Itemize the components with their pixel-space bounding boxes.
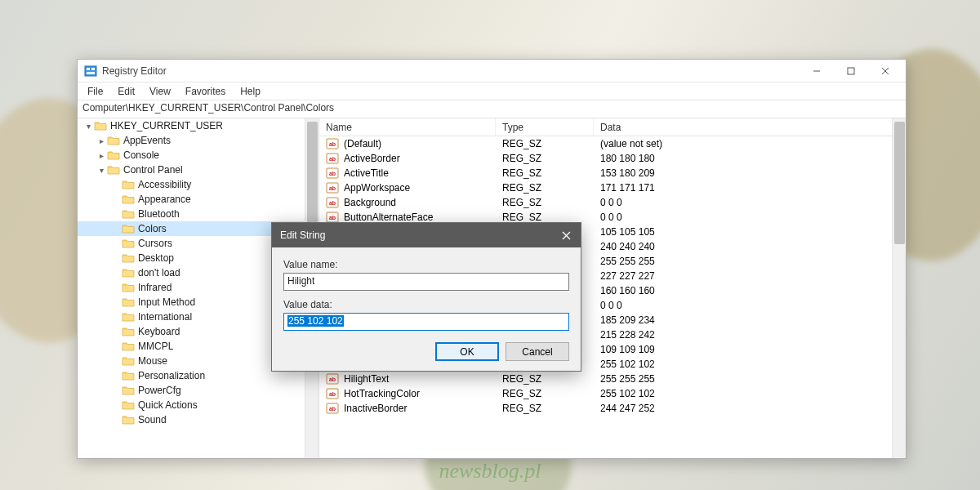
minimize-button[interactable]: [800, 60, 834, 82]
address-bar[interactable]: Computer\HKEY_CURRENT_USER\Control Panel…: [78, 100, 906, 118]
list-row[interactable]: abActiveTitleREG_SZ153 180 209: [319, 166, 906, 180]
value-type: REG_SZ: [496, 403, 594, 414]
tree-node[interactable]: Quick Actions: [78, 398, 318, 412]
dialog-title: Edit String: [280, 229, 551, 241]
window-title: Registry Editor: [102, 65, 800, 77]
menu-help[interactable]: Help: [234, 84, 267, 99]
value-data: 160 160 160: [594, 285, 906, 296]
tree-label: AppEvents: [123, 135, 171, 146]
svg-rect-5: [848, 68, 854, 74]
svg-text:ab: ab: [329, 406, 336, 412]
value-data: 185 209 234: [594, 314, 906, 326]
string-value-icon: ab: [326, 181, 339, 194]
list-row[interactable]: abBackgroundREG_SZ0 0 0: [319, 195, 906, 210]
close-button[interactable]: [868, 60, 902, 82]
tree-node[interactable]: ▸AppEvents: [78, 133, 318, 148]
value-data: 255 255 255: [594, 256, 906, 267]
folder-icon: [122, 414, 135, 425]
value-type: REG_SZ: [496, 373, 594, 385]
value-data: 215 228 242: [594, 329, 906, 341]
value-data: 0 0 0: [594, 212, 906, 223]
svg-text:ab: ab: [329, 156, 336, 162]
list-header[interactable]: Name Type Data: [319, 118, 906, 136]
svg-text:ab: ab: [329, 376, 336, 382]
tree-node[interactable]: Bluetooth: [78, 207, 318, 221]
value-name: HotTrackingColor: [344, 388, 420, 399]
tree-label: Colors: [138, 223, 167, 234]
value-data: 255 102 102: [594, 388, 906, 399]
dialog-body: Value name: Hilight Value data: 255 102 …: [272, 247, 581, 371]
tree-label: Sound: [138, 414, 167, 425]
value-data: 153 180 209: [594, 167, 906, 179]
list-scrollbar[interactable]: [892, 118, 906, 458]
cancel-button[interactable]: Cancel: [506, 342, 569, 361]
value-type: REG_SZ: [496, 197, 594, 208]
tree-label: don't load: [138, 267, 180, 278]
list-row[interactable]: abInactiveBorderREG_SZ244 247 252: [319, 401, 906, 416]
svg-text:ab: ab: [329, 391, 336, 397]
tree-label: MMCPL: [138, 341, 173, 352]
folder-icon: [122, 267, 135, 278]
tree-node[interactable]: ▾Control Panel: [78, 163, 318, 177]
tree-label: Personalization: [138, 370, 205, 381]
list-row[interactable]: abHilightTextREG_SZ255 255 255: [319, 372, 906, 386]
list-scroll-thumb[interactable]: [894, 122, 905, 244]
folder-icon: [122, 223, 135, 234]
list-row[interactable]: abActiveBorderREG_SZ180 180 180: [319, 151, 906, 166]
value-name-input[interactable]: Hilight: [283, 273, 569, 291]
folder-icon: [107, 164, 120, 176]
menubar: File Edit View Favorites Help: [78, 82, 906, 100]
column-name[interactable]: Name: [319, 118, 496, 136]
maximize-button[interactable]: [834, 60, 868, 82]
tree-label: International: [138, 311, 192, 323]
tree-node[interactable]: ▸Console: [78, 148, 318, 163]
tree-node[interactable]: Accessibility: [78, 177, 318, 192]
tree-label: Infrared: [138, 282, 172, 293]
list-row[interactable]: abHotTrackingColorREG_SZ255 102 102: [319, 386, 906, 401]
tree-node[interactable]: PowerCfg: [78, 383, 318, 398]
ok-button[interactable]: OK: [435, 342, 499, 361]
value-type: REG_SZ: [496, 167, 594, 179]
menu-edit[interactable]: Edit: [111, 84, 141, 99]
app-icon: [84, 65, 97, 78]
svg-text:ab: ab: [329, 171, 336, 176]
value-data: 255 255 255: [594, 373, 906, 385]
tree-label: Keyboard: [138, 326, 180, 337]
dialog-titlebar[interactable]: Edit String: [272, 223, 581, 247]
column-type[interactable]: Type: [496, 118, 594, 136]
tree-node[interactable]: Appearance: [78, 192, 318, 207]
folder-icon: [122, 238, 135, 249]
tree-node[interactable]: Sound: [78, 412, 318, 427]
value-data: 255 102 102: [594, 359, 906, 370]
tree-label: Cursors: [138, 238, 172, 249]
dialog-close-button[interactable]: [551, 223, 581, 247]
folder-icon: [122, 296, 135, 308]
value-data: 0 0 0: [594, 197, 906, 208]
svg-text:ab: ab: [329, 215, 336, 220]
string-value-icon: ab: [326, 167, 339, 180]
value-type: REG_SZ: [496, 138, 594, 149]
tree-label: Control Panel: [123, 164, 183, 176]
list-row[interactable]: abAppWorkspaceREG_SZ171 171 171: [319, 180, 906, 195]
tree-label: Console: [123, 149, 159, 161]
titlebar[interactable]: Registry Editor: [78, 60, 906, 82]
value-data: 240 240 240: [594, 241, 906, 252]
column-data[interactable]: Data: [594, 118, 906, 136]
svg-rect-1: [87, 68, 90, 70]
value-type: REG_SZ: [496, 212, 594, 223]
edit-string-dialog: Edit String Value name: Hilight Value da…: [271, 222, 581, 372]
folder-icon: [107, 135, 120, 146]
list-row[interactable]: ab(Default)REG_SZ(value not set): [319, 136, 906, 151]
menu-file[interactable]: File: [81, 84, 109, 99]
menu-view[interactable]: View: [143, 84, 177, 99]
value-data: 171 171 171: [594, 182, 906, 194]
tree-node[interactable]: ▾HKEY_CURRENT_USER: [78, 118, 318, 133]
value-data-input[interactable]: 255 102 102: [283, 313, 569, 331]
folder-icon: [122, 341, 135, 352]
watermark-text: newsblog.pl: [439, 459, 541, 483]
folder-icon: [122, 252, 135, 264]
value-data: 227 227 227: [594, 270, 906, 282]
tree-label: Appearance: [138, 194, 191, 205]
menu-favorites[interactable]: Favorites: [179, 84, 232, 99]
folder-icon: [122, 194, 135, 205]
